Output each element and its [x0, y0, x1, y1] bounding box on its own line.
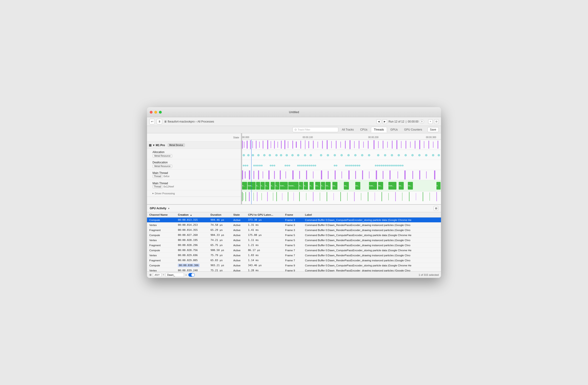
- tab-gpu-counters[interactable]: GPU Counters: [401, 127, 425, 132]
- svg-text:⊕: ⊕: [411, 153, 414, 157]
- cell-duration-0: 904.46 μs: [208, 217, 231, 223]
- svg-text:⊕: ⊕: [297, 153, 299, 157]
- col-header-frame[interactable]: Frame: [283, 212, 303, 217]
- tab-gpus[interactable]: GPUs: [387, 127, 401, 132]
- state-column-header: State: [233, 136, 239, 139]
- svg-rect-35: [383, 141, 383, 149]
- svg-rect-106: [355, 171, 356, 179]
- group-header-m1pro[interactable]: ⊞ ▾ M1 Pro Metal Device: [147, 142, 241, 149]
- minimize-button[interactable]: [154, 111, 157, 114]
- table-row[interactable]: Fragment00:00.028.29665.75 μsActive1.21 …: [147, 243, 441, 248]
- svg-rect-9: [271, 141, 271, 148]
- viz-track-main-thread-2: C... Com... C... C... C... C... C... Com…: [242, 180, 441, 192]
- svg-rect-10: [274, 141, 275, 149]
- tab-threads[interactable]: Threads: [371, 127, 387, 132]
- cell-cpu_gpu_latency-5: 1.21 ms: [246, 243, 283, 248]
- cell-channel-3: Compute: [147, 233, 175, 238]
- table-row[interactable]: Compute00:00.028.756900.50 μsActive86.17…: [147, 248, 441, 253]
- svg-text:⊕: ⊕: [291, 153, 294, 157]
- table-row[interactable]: Vertex00:00.028.19574.21 μsActive1.11 ms…: [147, 238, 441, 243]
- svg-rect-38: [397, 140, 397, 149]
- ruler-mark-2: 00:00.200: [368, 136, 378, 139]
- track-filter[interactable]: ⊙ Track Filter: [292, 127, 338, 132]
- track-header: State: [147, 133, 241, 142]
- svg-rect-177: [288, 192, 288, 201]
- svg-rect-89: [249, 171, 250, 179]
- toolbar: ↩ ⏸ 🖥 fbeaufort-macbookpro › All Process…: [147, 117, 441, 126]
- col-header-channel[interactable]: Channel Name: [147, 212, 175, 217]
- filter-dropdown-icon: ▾: [163, 273, 164, 276]
- table-row[interactable]: Fragment00:00.014.35565.29 μsActive1.41 …: [147, 228, 441, 233]
- table-row[interactable]: Vertex00:00.039.24075.21 μsActive1.28 ms…: [147, 268, 441, 272]
- table-row[interactable]: Compute00:00.027.260904.33 μsActive175.0…: [147, 233, 441, 238]
- back-button[interactable]: ↩: [149, 119, 155, 124]
- pause-button[interactable]: ⏸: [157, 119, 162, 124]
- cell-label-5: Command Buffer 0:Dawn_RenderPassEncoder_…: [303, 243, 441, 248]
- table-row[interactable]: Compute00:00.038.306903.21 μsActive343.4…: [147, 263, 441, 268]
- filter-toggle-knob: [191, 273, 194, 276]
- svg-rect-39: [401, 141, 401, 148]
- svg-text:⊕: ⊕: [310, 153, 312, 157]
- cell-state-2: Active: [231, 228, 246, 233]
- svg-rect-20: [313, 141, 314, 149]
- driver-processing-header[interactable]: ▸ Driver Processing: [147, 190, 241, 197]
- track-row-driver: ▸ Driver Processing: [147, 190, 241, 197]
- cell-creation-4: 00:00.028.195: [175, 238, 208, 243]
- ruler-mark-3: 00:00.300: [426, 136, 436, 139]
- cell-frame-3: Frame 5: [283, 233, 303, 238]
- save-button[interactable]: Save: [427, 127, 439, 132]
- timeline-tracks[interactable]: ⊕ ⊕ ⊕ ⊕ ⊕ ⊕ ⊕ ⊕ ⊕ ⊕ ⊕ ⊕ ⊕ ⊕ ⊕ ⊕ ⊕: [242, 140, 441, 204]
- play-button[interactable]: ▶: [382, 119, 387, 124]
- layout-button[interactable]: ⊟: [434, 119, 439, 124]
- add-button[interactable]: +: [428, 119, 433, 124]
- col-header-creation[interactable]: Creation ▲: [175, 212, 208, 217]
- cell-duration-6: 900.50 μs: [208, 248, 231, 253]
- filter-toggle[interactable]: [188, 273, 195, 277]
- svg-rect-6: [259, 142, 260, 148]
- table-row[interactable]: Compute00:00.013.315904.46 μsActive373.3…: [147, 217, 441, 223]
- cell-frame-4: Frame 5: [283, 238, 303, 243]
- col-header-label[interactable]: Label: [303, 212, 441, 217]
- group-label: M1 Pro: [156, 144, 165, 147]
- prev-run-button[interactable]: ◀: [377, 119, 381, 124]
- table-row[interactable]: Vertex00:00.014.25374.58 μsActive1.31 ms…: [147, 223, 441, 228]
- svg-text:⊕: ⊕: [368, 153, 370, 157]
- svg-rect-186: [347, 192, 348, 201]
- gpu-activity-table: Channel Name Creation ▲ Duration State C…: [147, 212, 441, 271]
- svg-text:C...: C...: [242, 185, 245, 187]
- svg-rect-168: [246, 192, 246, 201]
- svg-text:⊕: ⊕: [257, 153, 260, 157]
- svg-rect-33: [374, 140, 374, 149]
- col-header-cpu-gpu-latency[interactable]: CPU to GPU Laten...: [246, 212, 283, 217]
- svg-rect-97: [292, 171, 294, 179]
- close-button[interactable]: [150, 111, 152, 114]
- svg-rect-190: [375, 192, 375, 201]
- maximize-button[interactable]: [159, 111, 162, 114]
- filter-input[interactable]: [166, 273, 184, 277]
- table-row[interactable]: Vertex00:00.029.69675.79 μsActive1.03 ms…: [147, 253, 441, 258]
- svg-rect-111: [390, 171, 390, 179]
- svg-rect-1: [244, 142, 244, 148]
- svg-text:C...: C...: [304, 185, 307, 187]
- col-header-state[interactable]: State: [231, 212, 246, 217]
- cell-frame-10: Frame 9: [283, 268, 303, 272]
- table-row[interactable]: Fragment00:00.029.80565.83 μsActive1.14 …: [147, 258, 441, 263]
- gpu-activity-table-container[interactable]: Channel Name Creation ▲ Duration State C…: [147, 212, 441, 271]
- svg-rect-90: [253, 171, 254, 179]
- tab-all-tracks[interactable]: All Tracks: [339, 127, 357, 132]
- col-header-duration[interactable]: Duration: [208, 212, 231, 217]
- expand-icon[interactable]: ▾: [168, 207, 169, 210]
- cell-label-8: Command Buffer 0:Dawn_RenderPassEncoder_…: [303, 258, 441, 263]
- cell-channel-5: Fragment: [147, 243, 175, 248]
- info-button[interactable]: ℹ: [420, 119, 424, 124]
- svg-rect-189: [368, 192, 368, 201]
- svg-rect-0: [242, 141, 243, 149]
- filter-any-tag[interactable]: ANY: [153, 273, 162, 277]
- tab-cpus[interactable]: CPUs: [357, 127, 370, 132]
- svg-text:⊕: ⊕: [334, 153, 336, 157]
- svg-rect-44: [424, 141, 424, 148]
- svg-rect-172: [262, 193, 262, 200]
- timeline-ruler: 00:00.000 00:00.100 00:00.200 00:00.300: [242, 133, 441, 140]
- corner-expand-button[interactable]: ⊟: [434, 206, 438, 211]
- svg-rect-31: [363, 142, 364, 148]
